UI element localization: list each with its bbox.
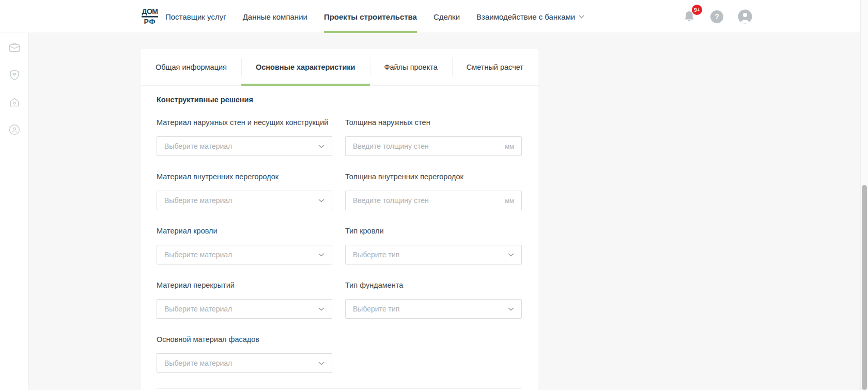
svg-text:РФ: РФ [144, 18, 156, 26]
chevron-down-icon [579, 15, 584, 19]
left-sidebar [0, 33, 29, 390]
question-mark-icon: ? [710, 10, 723, 23]
partitions-material-select[interactable]: Выберите материал [157, 191, 332, 210]
tab-label: Общая информация [156, 63, 227, 71]
tab-project-files[interactable]: Файлы проекта [370, 49, 452, 85]
field-foundation-type: Тип фундамента Выберите тип [345, 281, 522, 319]
field-label: Материал кровли [157, 227, 332, 236]
domrf-logo-icon: ДОМ РФ [140, 7, 160, 26]
chevron-down-icon [318, 307, 324, 311]
nav-item-service-provider[interactable]: Поставщик услуг [165, 0, 226, 33]
notification-badge: 9+ [692, 5, 702, 15]
help-button[interactable]: ? [710, 10, 723, 23]
page-scrollbar-track[interactable] [860, 0, 868, 390]
chevron-down-icon [318, 199, 324, 202]
tab-estimate[interactable]: Сметный расчет [452, 49, 538, 85]
main-nav: Поставщик услуг Данные компании Проекты … [165, 0, 584, 33]
field-roof-material: Материал кровли Выберите материал [157, 227, 332, 264]
tab-main-characteristics[interactable]: Основные характеристики [241, 49, 370, 85]
foundation-type-select[interactable]: Выберите тип [345, 299, 522, 319]
nav-item-label: Данные компании [243, 12, 307, 21]
sidebar-item-projects[interactable] [8, 41, 21, 54]
field-label: Тип фундамента [345, 281, 522, 290]
domrf-logo[interactable]: ДОМ РФ [140, 7, 160, 26]
field-outer-walls-material: Материал наружных стен и несущих констру… [157, 118, 332, 156]
unit-suffix: мм [505, 197, 514, 205]
field-label: Материал внутренних перегородок [157, 173, 332, 181]
nav-item-company-data[interactable]: Данные компании [243, 0, 307, 33]
field-label: Толщина наружных стен [345, 118, 522, 127]
tab-label: Основные характеристики [256, 63, 355, 71]
sidebar-item-housing[interactable] [8, 96, 21, 109]
nav-item-label: Сделки [433, 12, 460, 21]
section-title: Конструктивные решения [157, 96, 253, 104]
sidebar-item-clients[interactable] [8, 123, 21, 136]
page-scrollbar-thumb[interactable] [862, 185, 867, 390]
outer-walls-thickness-box: мм [345, 136, 522, 156]
field-label: Материал наружных стен и несущих констру… [157, 118, 332, 127]
nav-item-label: Поставщик услуг [165, 12, 226, 21]
notifications-button[interactable]: 9+ [683, 9, 696, 24]
field-label: Тип кровли [345, 227, 522, 236]
nav-item-label: Проекты строительства [324, 12, 417, 21]
user-circle-icon [8, 123, 21, 136]
floors-material-select[interactable]: Выберите материал [157, 299, 332, 319]
house-heart-icon [8, 96, 21, 109]
field-roof-type: Тип кровли Выберите тип [345, 227, 522, 264]
field-outer-walls-thickness: Толщина наружных стен мм [345, 118, 522, 156]
tab-general-info[interactable]: Общая информация [141, 49, 241, 85]
field-label: Материал перекрытий [157, 281, 332, 290]
chevron-down-icon [508, 253, 514, 257]
user-avatar-icon [738, 9, 752, 24]
field-label: Основной материал фасадов [157, 335, 332, 344]
tab-label: Сметный расчет [467, 63, 523, 71]
chevron-down-icon [318, 362, 324, 365]
field-facade-material: Основной материал фасадов Выберите матер… [157, 335, 332, 373]
nav-item-bank-interaction[interactable]: Взаимодействие с банками [476, 0, 584, 33]
profile-button[interactable] [738, 9, 752, 24]
svg-text:ДОМ: ДОМ [142, 7, 158, 15]
facade-material-select[interactable]: Выберите материал [157, 353, 332, 373]
section-divider [157, 388, 522, 389]
field-label: Толщина внутренних перегородок [345, 173, 522, 181]
outer-walls-material-select[interactable]: Выберите материал [157, 136, 332, 156]
chevron-down-icon [508, 307, 514, 311]
tab-label: Файлы проекта [384, 63, 438, 71]
roof-material-select[interactable]: Выберите материал [157, 245, 332, 264]
field-partitions-material: Материал внутренних перегородок Выберите… [157, 173, 332, 210]
unit-suffix: мм [505, 143, 514, 150]
nav-item-deals[interactable]: Сделки [433, 0, 460, 33]
project-tabs: Общая информация Основные характеристики… [141, 49, 538, 86]
field-floors-material: Материал перекрытий Выберите материал [157, 281, 332, 319]
briefcase-icon [8, 41, 21, 54]
roof-type-select[interactable]: Выберите тип [345, 245, 522, 264]
shield-icon [8, 68, 21, 82]
partitions-thickness-input[interactable] [353, 196, 501, 205]
sidebar-item-guarantees[interactable] [8, 68, 21, 82]
project-characteristics-card: Общая информация Основные характеристики… [141, 49, 538, 390]
nav-item-construction-projects[interactable]: Проекты строительства [324, 0, 417, 33]
header-icons: 9+ ? [683, 0, 752, 33]
outer-walls-thickness-input[interactable] [353, 142, 501, 150]
top-header: ДОМ РФ Поставщик услуг Данные компании П… [0, 0, 868, 33]
chevron-down-icon [318, 145, 324, 148]
nav-item-label: Взаимодействие с банками [476, 12, 575, 21]
partitions-thickness-box: мм [345, 191, 522, 210]
field-partitions-thickness: Толщина внутренних перегородок мм [345, 173, 522, 210]
chevron-down-icon [318, 253, 324, 257]
